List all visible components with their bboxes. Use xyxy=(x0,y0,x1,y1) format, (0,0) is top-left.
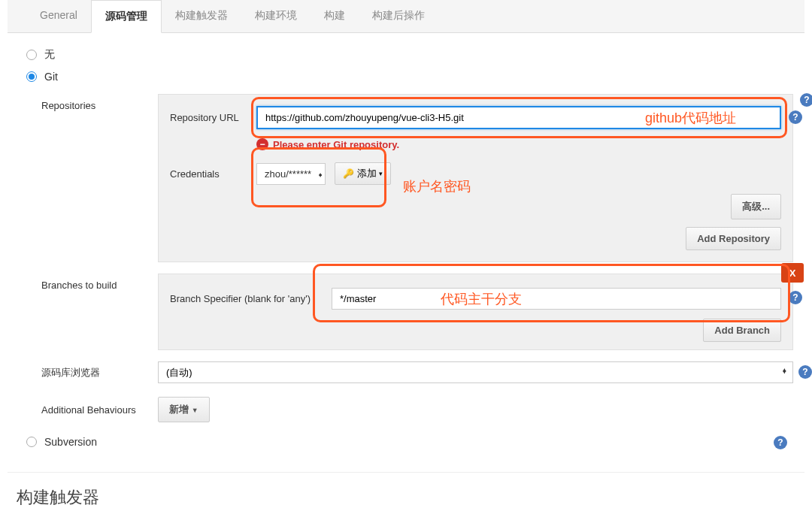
scm-svn-label: Subversion xyxy=(44,436,97,448)
next-section-title: 构建触发器 xyxy=(8,473,804,511)
help-icon[interactable]: ? xyxy=(789,110,802,124)
scm-none-label: 无 xyxy=(44,48,55,62)
tab-post[interactable]: 构建后操作 xyxy=(359,0,438,32)
radio-icon-checked xyxy=(26,71,37,82)
config-tabs: General 源码管理 构建触发器 构建环境 构建 构建后操作 xyxy=(8,0,804,33)
radio-icon xyxy=(26,437,37,447)
behaviours-label: Additional Behaviours xyxy=(41,404,158,416)
scm-subversion-radio[interactable]: Subversion ? xyxy=(26,436,793,448)
browser-label: 源码库浏览器 xyxy=(41,366,158,379)
repo-url-input[interactable] xyxy=(256,106,781,129)
credentials-label: Credentials xyxy=(170,168,256,180)
tab-build[interactable]: 构建 xyxy=(311,0,359,32)
advanced-button[interactable]: 高级... xyxy=(731,194,781,219)
error-icon: − xyxy=(256,138,268,150)
branch-spec-input[interactable] xyxy=(332,288,781,310)
tab-triggers[interactable]: 构建触发器 xyxy=(162,0,241,32)
tab-scm[interactable]: 源码管理 xyxy=(91,0,162,33)
tab-general[interactable]: General xyxy=(26,0,91,32)
help-icon[interactable]: ? xyxy=(789,291,802,304)
add-credentials-button[interactable]: 🔑 添加 ▾ xyxy=(335,162,391,185)
scm-section: 无 Git Repositories ? Repository URL ? gi… xyxy=(8,33,804,472)
tab-env[interactable]: 构建环境 xyxy=(241,0,311,32)
key-icon: 🔑 xyxy=(343,168,354,179)
credentials-select[interactable]: zhou/****** xyxy=(256,163,326,185)
add-behaviour-button[interactable]: 新增 xyxy=(158,397,210,422)
close-button[interactable]: X xyxy=(781,263,804,283)
branch-spec-label: Branch Specifier (blank for 'any') xyxy=(170,293,332,304)
radio-icon xyxy=(26,50,37,60)
add-label: 添加 xyxy=(357,167,377,180)
browser-select[interactable]: (自动) xyxy=(158,361,793,383)
scm-git-radio[interactable]: Git xyxy=(26,71,793,83)
repo-error-message: − Please enter Git repository. xyxy=(256,138,781,150)
error-text: Please enter Git repository. xyxy=(273,139,399,150)
scm-none-radio[interactable]: 无 xyxy=(26,48,793,62)
chevron-down-icon: ▾ xyxy=(379,170,383,177)
add-branch-button[interactable]: Add Branch xyxy=(703,319,781,342)
repo-url-label: Repository URL xyxy=(170,112,256,123)
help-icon[interactable]: ? xyxy=(798,365,812,379)
repositories-label: Repositories xyxy=(41,94,158,262)
add-repository-button[interactable]: Add Repository xyxy=(686,227,781,250)
annotation-creds: 账户名密码 xyxy=(403,177,471,195)
scm-git-label: Git xyxy=(44,71,58,83)
help-icon[interactable]: ? xyxy=(774,436,787,449)
help-icon[interactable]: ? xyxy=(800,93,812,107)
branches-label: Branches to build xyxy=(41,274,158,350)
